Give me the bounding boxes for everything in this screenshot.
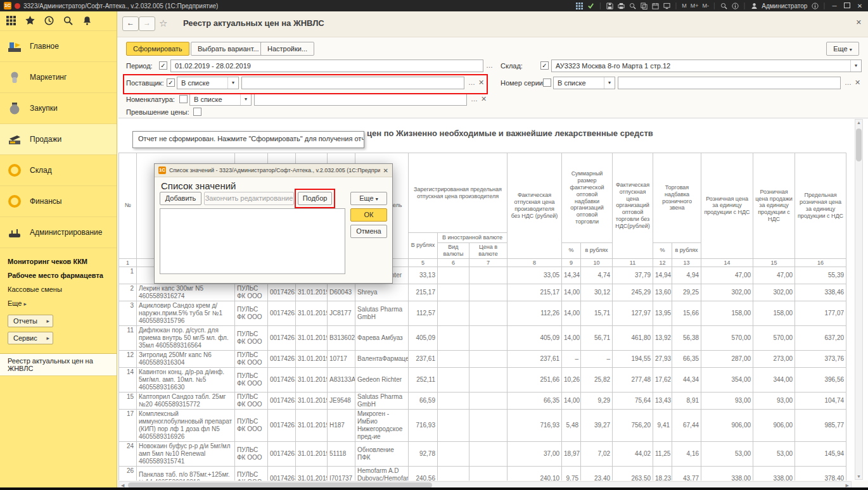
vertical-scrollbar[interactable]: ▲ ▼ — [855, 119, 863, 480]
series-clear-button[interactable]: ✕ — [855, 79, 860, 87]
sidebar-item-prodazhi[interactable]: Продажи — [0, 124, 117, 155]
forward-button[interactable]: → — [139, 16, 155, 31]
sidebar-item-label: Маркетинг — [30, 73, 67, 82]
supplier-checkbox[interactable] — [167, 79, 175, 87]
warehouse-ring-icon — [5, 161, 24, 179]
back-button[interactable]: ← — [122, 16, 139, 31]
sidebar-item-marketing[interactable]: Маркетинг — [0, 62, 117, 93]
print-icon[interactable] — [618, 2, 625, 9]
print-preview-icon[interactable] — [629, 2, 637, 9]
supplier-value-input[interactable] — [241, 77, 464, 89]
finish-editing-button[interactable]: Закончить редактирование — [204, 192, 294, 205]
supplier-select-button[interactable]: … — [468, 79, 475, 86]
table-cell: 44,02 — [613, 442, 653, 467]
favorites-star-icon[interactable] — [25, 16, 35, 28]
sidebar-item-label: Администрирование — [30, 228, 102, 237]
table-cell: 158,00 — [701, 301, 753, 326]
sidebar-item-zakupki[interactable]: Закупки — [0, 93, 117, 124]
pick-button[interactable]: Подбор — [298, 192, 332, 205]
value-list-box[interactable] — [160, 208, 345, 274]
cancel-button[interactable]: Отмена — [350, 225, 387, 238]
ok-button[interactable]: ОК — [350, 208, 387, 222]
memory-mminus-button[interactable]: M- — [702, 3, 709, 9]
series-select-button[interactable]: … — [845, 79, 852, 86]
chevron-down-icon: ▾ — [850, 47, 852, 53]
calendar-icon[interactable] — [652, 2, 660, 9]
minimize-button[interactable]: ─ — [830, 3, 839, 9]
period-input[interactable]: 01.02.2019 - 28.02.2019 — [170, 60, 483, 72]
screen: 1С 3323/Администратор/Софт-Аптека., v.2.… — [0, 0, 868, 490]
save-icon[interactable] — [606, 2, 614, 9]
table-cell: 00174263 — [268, 442, 296, 467]
check-icon[interactable] — [587, 2, 595, 9]
warehouse-input[interactable]: АУ3323 Москва 8-го Марта 1 стр.12▾ — [551, 60, 862, 72]
restore-button[interactable] — [843, 3, 852, 9]
dialog-more-button[interactable]: Еще ▾ — [350, 192, 387, 205]
table-cell: 14,00 — [562, 284, 581, 301]
dialog-close-button[interactable]: ✕ — [383, 167, 388, 174]
price-excess-checkbox[interactable] — [193, 108, 201, 116]
table-cell: 31.01.2019 — [296, 442, 328, 467]
vertical-scroll-thumb[interactable] — [856, 129, 862, 161]
table-cell: 396,56 — [795, 368, 846, 393]
sidebar-more-link[interactable]: Еще ▸ — [0, 296, 117, 310]
supplier-clear-button[interactable]: ✕ — [478, 79, 484, 87]
nomenclature-checkbox[interactable] — [179, 95, 188, 103]
generate-button[interactable]: Сформировать — [126, 42, 189, 56]
panels-grid-icon[interactable] — [576, 2, 584, 9]
nomenclature-clear-button[interactable]: ✕ — [481, 95, 487, 103]
series-mode-combo[interactable]: В списке▾ — [553, 77, 615, 89]
sidebar-item-sklad[interactable]: Склад — [0, 155, 117, 186]
period-checkbox[interactable] — [159, 61, 167, 70]
sidebar-item-glavnoe[interactable]: Главное — [0, 31, 117, 62]
sidebar-link-pharmacist-workplace[interactable]: Рабочее место фармацевта — [0, 268, 117, 282]
sidebar-link-kkm-monitoring[interactable]: Мониторинг чеков ККМ — [0, 254, 117, 268]
sidebar-item-administrirovanie[interactable]: Администрирование — [0, 217, 117, 248]
menu-grid-icon[interactable] — [6, 16, 16, 28]
search-icon[interactable] — [720, 2, 728, 9]
table-cell: 66,59 — [409, 393, 438, 410]
table-cell: Комплексный иммуноглобулиновый препарат … — [137, 410, 235, 442]
copy-icon[interactable] — [641, 2, 648, 9]
column-header-fact-org-price: Фактическая отпускная цена организаций о… — [613, 153, 653, 259]
monitor-icon[interactable] — [663, 2, 671, 9]
favorite-star-icon[interactable]: ☆ — [159, 18, 167, 29]
memory-mplus-button[interactable]: M+ — [691, 3, 699, 9]
chevron-right-icon: ▸ — [46, 332, 49, 344]
scroll-up-arrow[interactable]: ▲ — [855, 120, 862, 125]
choose-variant-button[interactable]: Выбрать вариант... — [191, 42, 266, 56]
sidebar-item-finansy[interactable]: Финансы — [0, 186, 117, 217]
sidebar-links: Мониторинг чеков ККМ Рабочее место фарма… — [0, 248, 117, 344]
table-cell: 405,09 — [409, 326, 438, 351]
service-panel-button[interactable]: Сервис▸ — [8, 332, 53, 344]
supplier-mode-combo[interactable]: В списке▾ — [177, 77, 239, 89]
sidebar-link-cash-shifts[interactable]: Кассовые смены — [0, 282, 117, 296]
tab-close-button[interactable]: ✕ — [856, 18, 862, 27]
search-icon[interactable] — [63, 16, 73, 28]
notifications-bell-icon[interactable] — [82, 16, 92, 28]
settings-button[interactable]: Настройки... — [260, 42, 314, 56]
column-header-wholesale-markup-group: Суммарный размер фактической оптовой над… — [562, 153, 613, 243]
table-cell: 7,02 — [581, 442, 613, 467]
period-select-button[interactable]: … — [486, 61, 493, 69]
memory-m-button[interactable]: M — [682, 3, 687, 9]
scroll-down-arrow[interactable]: ▼ — [855, 474, 862, 479]
info-icon[interactable] — [732, 2, 739, 9]
table-cell: 338,00 — [753, 467, 795, 481]
history-clock-icon[interactable] — [44, 16, 54, 28]
nomenclature-mode-combo[interactable]: В списке▾ — [189, 93, 252, 106]
open-window-item[interactable]: Реестр актуальных цен на ЖНВЛС — [0, 354, 117, 376]
value-list-dialog: 1С Список значений - 3323/Администратор/… — [154, 163, 393, 284]
more-button[interactable]: Еще ▾ — [826, 42, 859, 56]
nomenclature-select-button[interactable]: … — [471, 95, 478, 103]
add-button[interactable]: Добавить — [160, 192, 201, 205]
series-number-checkbox[interactable] — [543, 79, 551, 87]
window-title: 3323/Администратор/Софт-Аптека., v.2.032… — [23, 3, 218, 9]
warehouse-checkbox[interactable] — [540, 61, 549, 70]
close-button[interactable]: ✕ — [855, 3, 864, 9]
nomenclature-value-input[interactable] — [254, 93, 467, 106]
about-icon[interactable] — [811, 2, 819, 9]
chevron-down-icon[interactable]: ▾ — [850, 60, 861, 72]
reports-panel-button[interactable]: Отчеты▸ — [8, 315, 53, 327]
series-value-input[interactable] — [618, 77, 841, 89]
